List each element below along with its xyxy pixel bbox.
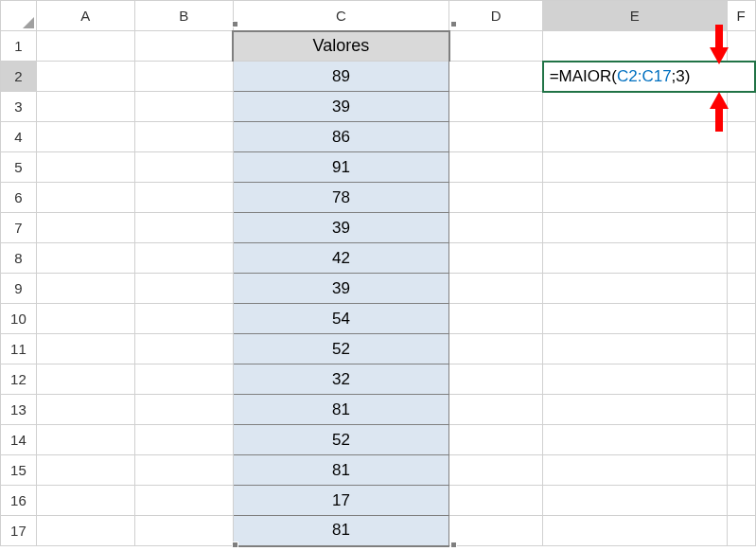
row-header-6[interactable]: 6 bbox=[1, 183, 37, 213]
cell-E17[interactable] bbox=[543, 516, 727, 546]
cell-A13[interactable] bbox=[36, 395, 134, 425]
cell-E10[interactable] bbox=[543, 304, 727, 334]
cell-D5[interactable] bbox=[449, 152, 543, 183]
cell-D7[interactable] bbox=[449, 213, 543, 243]
cell-E13[interactable] bbox=[543, 395, 727, 425]
cell-F10[interactable] bbox=[727, 304, 755, 334]
cell-C14[interactable]: 52 bbox=[233, 425, 448, 455]
cell-B6[interactable] bbox=[134, 183, 233, 213]
select-all-corner[interactable] bbox=[1, 1, 37, 31]
cell-C9[interactable]: 39 bbox=[233, 274, 448, 304]
cell-C17[interactable]: 81 bbox=[233, 516, 448, 546]
row-header-7[interactable]: 7 bbox=[1, 213, 37, 243]
cell-C12[interactable]: 32 bbox=[233, 364, 448, 395]
row-header-9[interactable]: 9 bbox=[1, 274, 37, 304]
cell-B13[interactable] bbox=[134, 395, 233, 425]
cell-B15[interactable] bbox=[134, 455, 233, 486]
cell-E15[interactable] bbox=[543, 455, 727, 486]
cell-F15[interactable] bbox=[727, 455, 755, 486]
cell-E12[interactable] bbox=[543, 364, 727, 395]
selection-handle-topleft[interactable] bbox=[232, 21, 238, 27]
cell-F4[interactable] bbox=[727, 122, 755, 152]
cell-B8[interactable] bbox=[134, 243, 233, 274]
cell-E4[interactable] bbox=[543, 122, 727, 152]
cell-E7[interactable] bbox=[543, 213, 727, 243]
cell-C15[interactable]: 81 bbox=[233, 455, 448, 486]
cell-D12[interactable] bbox=[449, 364, 543, 395]
row-header-1[interactable]: 1 bbox=[1, 31, 37, 62]
cell-B4[interactable] bbox=[134, 122, 233, 152]
cell-D9[interactable] bbox=[449, 274, 543, 304]
cell-E3[interactable] bbox=[543, 92, 727, 122]
cell-A10[interactable] bbox=[36, 304, 134, 334]
row-header-8[interactable]: 8 bbox=[1, 243, 37, 274]
cell-A16[interactable] bbox=[36, 486, 134, 516]
cell-F12[interactable] bbox=[727, 364, 755, 395]
cell-A6[interactable] bbox=[36, 183, 134, 213]
row-header-5[interactable]: 5 bbox=[1, 152, 37, 183]
col-header-D[interactable]: D bbox=[449, 1, 543, 31]
cell-E2-formula[interactable]: =MAIOR(C2:C17;3) bbox=[543, 62, 755, 92]
cell-A2[interactable] bbox=[36, 62, 134, 92]
cell-A15[interactable] bbox=[36, 455, 134, 486]
cell-D13[interactable] bbox=[449, 395, 543, 425]
cell-A11[interactable] bbox=[36, 334, 134, 364]
cell-E14[interactable] bbox=[543, 425, 727, 455]
cell-F9[interactable] bbox=[727, 274, 755, 304]
cell-A12[interactable] bbox=[36, 364, 134, 395]
row-header-13[interactable]: 13 bbox=[1, 395, 37, 425]
col-header-A[interactable]: A bbox=[36, 1, 134, 31]
cell-F5[interactable] bbox=[727, 152, 755, 183]
cell-A17[interactable] bbox=[36, 516, 134, 546]
cell-C8[interactable]: 42 bbox=[233, 243, 448, 274]
cell-F14[interactable] bbox=[727, 425, 755, 455]
selection-handle-bottomright[interactable] bbox=[450, 542, 457, 548]
cell-F13[interactable] bbox=[727, 395, 755, 425]
cell-D14[interactable] bbox=[449, 425, 543, 455]
cell-B1[interactable] bbox=[134, 31, 233, 62]
cell-E8[interactable] bbox=[543, 243, 727, 274]
cell-B10[interactable] bbox=[134, 304, 233, 334]
cell-D16[interactable] bbox=[449, 486, 543, 516]
cell-B12[interactable] bbox=[134, 364, 233, 395]
cell-C5[interactable]: 91 bbox=[233, 152, 448, 183]
cell-D4[interactable] bbox=[449, 122, 543, 152]
spreadsheet-grid[interactable]: A B C D E F 1 Valores 2 89 =MAIOR(C2:C17… bbox=[0, 0, 756, 547]
cell-B7[interactable] bbox=[134, 213, 233, 243]
selection-handle-topright[interactable] bbox=[450, 21, 457, 27]
cell-C11[interactable]: 52 bbox=[233, 334, 448, 364]
cell-B16[interactable] bbox=[134, 486, 233, 516]
cell-A5[interactable] bbox=[36, 152, 134, 183]
row-header-4[interactable]: 4 bbox=[1, 122, 37, 152]
cell-C16[interactable]: 17 bbox=[233, 486, 448, 516]
col-header-C[interactable]: C bbox=[233, 1, 448, 31]
cell-D15[interactable] bbox=[449, 455, 543, 486]
cell-B3[interactable] bbox=[134, 92, 233, 122]
row-header-11[interactable]: 11 bbox=[1, 334, 37, 364]
row-header-3[interactable]: 3 bbox=[1, 92, 37, 122]
selection-handle-bottomleft[interactable] bbox=[232, 542, 238, 548]
cell-D2[interactable] bbox=[449, 62, 543, 92]
cell-C7[interactable]: 39 bbox=[233, 213, 448, 243]
row-header-16[interactable]: 16 bbox=[1, 486, 37, 516]
cell-E1[interactable] bbox=[543, 31, 727, 62]
cell-A14[interactable] bbox=[36, 425, 134, 455]
cell-B14[interactable] bbox=[134, 425, 233, 455]
cell-C10[interactable]: 54 bbox=[233, 304, 448, 334]
cell-C13[interactable]: 81 bbox=[233, 395, 448, 425]
cell-F7[interactable] bbox=[727, 213, 755, 243]
cell-F8[interactable] bbox=[727, 243, 755, 274]
col-header-F[interactable]: F bbox=[727, 1, 755, 31]
cell-B11[interactable] bbox=[134, 334, 233, 364]
cell-F6[interactable] bbox=[727, 183, 755, 213]
cell-B9[interactable] bbox=[134, 274, 233, 304]
cell-A3[interactable] bbox=[36, 92, 134, 122]
cell-D17[interactable] bbox=[449, 516, 543, 546]
cell-D6[interactable] bbox=[449, 183, 543, 213]
cell-C3[interactable]: 39 bbox=[233, 92, 448, 122]
cell-E16[interactable] bbox=[543, 486, 727, 516]
cell-C4[interactable]: 86 bbox=[233, 122, 448, 152]
cell-A4[interactable] bbox=[36, 122, 134, 152]
col-header-E[interactable]: E bbox=[543, 1, 727, 31]
cell-B2[interactable] bbox=[134, 62, 233, 92]
